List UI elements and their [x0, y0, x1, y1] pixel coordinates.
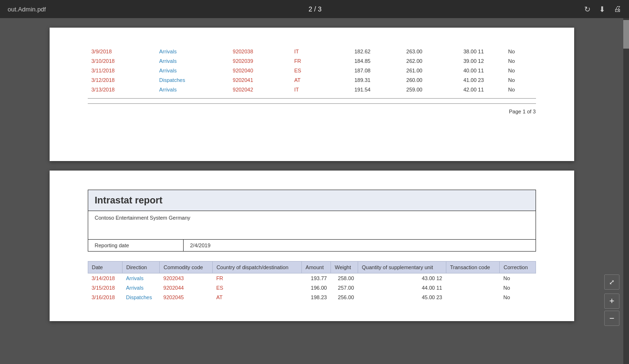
table-row: 3/14/2018Arrivals9202043FR193.77258.0043… [88, 273, 536, 283]
column-header: Amount [301, 262, 330, 273]
column-header: Quantity of supplementary unit [358, 262, 446, 273]
column-header-row: DateDirectionCommodity codeCountry of di… [88, 262, 536, 273]
reporting-date-value: 2/4/2019 [184, 240, 536, 251]
report-title-box: Intrastat report Contoso Entertainment S… [88, 190, 536, 252]
download-icon[interactable]: ⬇ [599, 5, 605, 14]
table-row: 3/15/2018Arrivals9202044ES196.00257.0044… [88, 283, 536, 293]
page-indicator: 2 / 3 [309, 5, 321, 13]
refresh-icon[interactable]: ↻ [584, 5, 590, 14]
column-header: Transaction code [446, 262, 499, 273]
pdf-page-1: 3/9/2018Arrivals9202038IT182.62263.0038.… [50, 28, 574, 161]
page2-table: DateDirectionCommodity codeCountry of di… [88, 261, 536, 302]
column-header: Date [88, 262, 122, 273]
reporting-date-label: Reporting date [88, 240, 184, 251]
toolbar-actions: ↻ ⬇ 🖨 [584, 5, 621, 14]
pages-container[interactable]: 3/9/2018Arrivals9202038IT182.62263.0038.… [0, 18, 623, 364]
filename-label: out.Admin.pdf [8, 6, 46, 13]
column-header: Commodity code [160, 262, 213, 273]
column-header: Country of dispatch/destination [212, 262, 301, 273]
page1-number: Page 1 of 3 [88, 103, 536, 114]
zoom-controls: ⤢ + − [604, 274, 619, 326]
column-header: Correction [500, 262, 536, 273]
pdf-page-2: Intrastat report Contoso Entertainment S… [50, 171, 574, 321]
zoom-in-button[interactable]: + [604, 293, 619, 309]
table-row: 3/10/2018Arrivals9202039FR184.85262.0039… [88, 56, 536, 66]
table-row: 3/13/2018Arrivals9202042IT191.54259.0042… [88, 85, 536, 94]
report-title: Intrastat report [88, 190, 536, 211]
table-row: 3/12/2018Dispatches9202041AT189.31260.00… [88, 75, 536, 85]
toolbar: out.Admin.pdf 2 / 3 ↻ ⬇ 🖨 [0, 0, 629, 18]
table-row: 3/9/2018Arrivals9202038IT182.62263.0038.… [88, 47, 536, 56]
print-icon[interactable]: 🖨 [614, 5, 621, 13]
report-date-row: Reporting date 2/4/2019 [88, 240, 536, 251]
content-area: 3/9/2018Arrivals9202038IT182.62263.0038.… [0, 18, 629, 364]
page1-table: 3/9/2018Arrivals9202038IT182.62263.0038.… [88, 47, 536, 94]
table-row: 3/16/2018Dispatches9202045AT198.23256.00… [88, 293, 536, 302]
table-row: 3/11/2018Arrivals9202040ES187.08261.0040… [88, 66, 536, 75]
column-header: Direction [122, 262, 159, 273]
zoom-out-button[interactable]: − [604, 311, 619, 326]
scrollbar-thumb[interactable] [623, 20, 629, 49]
fullscreen-button[interactable]: ⤢ [604, 274, 619, 290]
report-company: Contoso Entertainment System Germany [88, 211, 536, 240]
right-scrollbar[interactable] [623, 18, 629, 364]
column-header: Weight [330, 262, 358, 273]
